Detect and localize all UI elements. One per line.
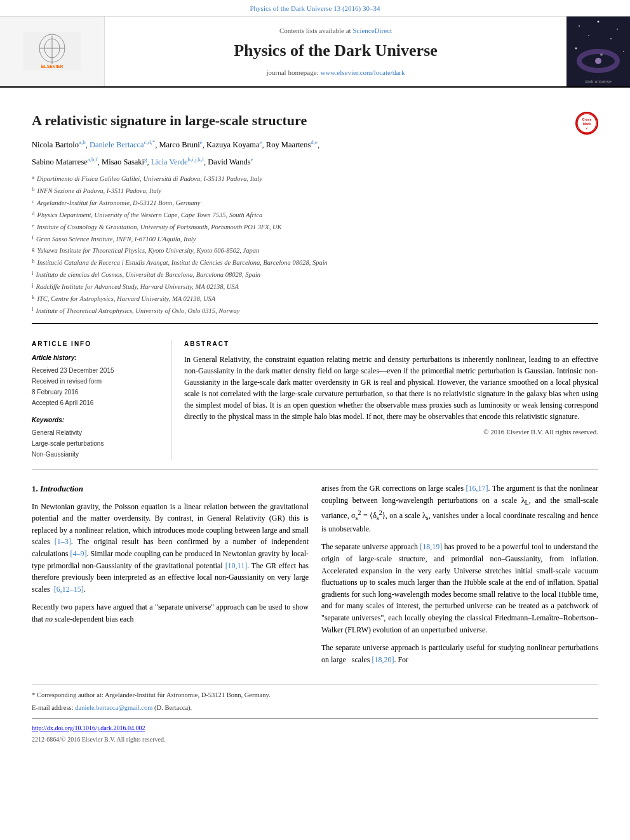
ref-16-17[interactable]: [16,17] — [466, 484, 488, 493]
footnote-email: E-mail address: daniele.bertacca@gmail.c… — [32, 703, 598, 713]
keywords-label: Keywords: — [32, 416, 158, 425]
header-center: Contents lists available at ScienceDirec… — [105, 17, 566, 86]
author-bartolo: Nicola Bartolo — [32, 140, 79, 149]
article-info-column: ARTICLE INFO Article history: Received 2… — [32, 340, 171, 460]
affiliation-k: k ITC, Centre for Astrophysics, Harvard … — [32, 293, 598, 305]
contents-available-line: Contents lists available at ScienceDirec… — [279, 26, 392, 36]
article-history-title: Article history: — [32, 354, 158, 363]
abstract-label: ABSTRACT — [184, 340, 598, 349]
affiliation-i: i Instituto de ciencias del Cosmos, Univ… — [32, 269, 598, 281]
author-sasaki: Misao Sasaki — [102, 157, 144, 166]
authors-line-1: Nicola Bartoloa,b, Daniele Bertaccac,d,*… — [32, 138, 598, 151]
wands-sup: e — [251, 156, 253, 163]
affiliation-e: e Institute of Cosmology & Gravitation, … — [32, 222, 598, 233]
right-paragraph-3: The separate universe approach is partic… — [321, 642, 598, 665]
body-paragraph-2: Recently two papers have argued that a "… — [32, 601, 309, 625]
author-bruni: Marco Bruni — [159, 140, 199, 149]
footnote-divider — [32, 718, 598, 719]
doi-link[interactable]: http://dx.doi.org/10.1016/j.dark.2016.04… — [32, 724, 145, 731]
contents-text: Contents lists available at — [279, 27, 351, 34]
journal-title: Physics of the Dark Universe — [234, 39, 438, 62]
crossmark-badge[interactable]: Cross Mark ✓ — [575, 112, 598, 135]
svg-text:dark universe: dark universe — [585, 79, 612, 84]
matarrese-sup: a,b,f — [88, 156, 98, 163]
revised-date: 8 February 2016 — [32, 387, 158, 397]
right-paragraph-2: The separate universe approach [18,19] h… — [321, 541, 598, 636]
email-link[interactable]: daniele.bertacca@gmail.com — [75, 704, 152, 711]
body-left-column: 1. Introduction In Newtonian gravity, th… — [32, 483, 309, 672]
bartolo-sup: a,b — [79, 139, 86, 145]
received-date: Received 23 December 2015 — [32, 365, 158, 376]
affiliations-list: a Dipartimento di Fisica Galileo Galilei… — [32, 173, 598, 316]
keyword-3: Non-Gaussianity — [32, 449, 158, 460]
homepage-text: journal homepage: — [267, 69, 319, 76]
authors-line-2: Sabino Matarresea,b,f, Misao Sasakig, Li… — [32, 155, 598, 168]
svg-text:Cross: Cross — [582, 118, 592, 122]
dark-universe-image: dark universe — [566, 17, 630, 86]
author-wands: David Wands — [208, 157, 250, 166]
keywords-list: General Relativity Large-scale perturbat… — [32, 427, 158, 460]
article-title: A relativistic signature in large-scale … — [32, 112, 598, 130]
author-verde[interactable]: Licia Verde — [151, 157, 188, 166]
author-matarrese: Sabino Matarrese — [32, 157, 88, 166]
svg-text:Mark: Mark — [583, 122, 591, 126]
affiliation-b: b INFN Sezione di Padova, I-3511 Padova,… — [32, 185, 598, 197]
sasaki-sup: g — [144, 156, 147, 163]
email-label: E-mail address: — [32, 704, 74, 711]
affiliation-c: c Argelander-Institut für Astronomie, D-… — [32, 197, 598, 209]
affiliation-g: g Yukawa Institute for Theoretical Physi… — [32, 245, 598, 257]
affiliation-d: d Physics Department, University of the … — [32, 210, 598, 221]
article-title-section: A relativistic signature in large-scale … — [32, 100, 598, 324]
affiliation-h: h Institució Catalana de Recerca i Estud… — [32, 257, 598, 269]
koyama-sup: e — [260, 139, 262, 145]
body-paragraph-1: In Newtonian gravity, the Poisson equati… — [32, 501, 309, 596]
bruni-sup: e — [200, 139, 203, 145]
ref-1-3[interactable]: [1–3] — [55, 537, 71, 546]
affiliation-l: l Institute of Theoretical Astrophysics,… — [32, 305, 598, 317]
abstract-copyright: © 2016 Elsevier B.V. All rights reserved… — [184, 427, 598, 437]
info-abstract-row: ARTICLE INFO Article history: Received 2… — [32, 330, 598, 470]
corresponding-note-text: * Corresponding author at: Argelander-In… — [32, 691, 271, 698]
keyword-2: Large-scale perturbations — [32, 438, 158, 449]
svg-point-13 — [623, 51, 624, 52]
sciencedirect-link[interactable]: ScienceDirect — [352, 27, 392, 34]
main-content: A relativistic signature in large-scale … — [0, 88, 630, 756]
affiliation-j: j Radcliffe Institute for Advanced Study… — [32, 281, 598, 293]
ref-18-20[interactable]: [18,20] — [372, 655, 394, 664]
section-1-heading: 1. Introduction — [32, 483, 309, 495]
author-bertacca[interactable]: Daniele Bertacca — [90, 140, 144, 149]
abstract-text: In General Relativity, the constraint eq… — [184, 354, 598, 422]
svg-point-7 — [579, 25, 580, 27]
svg-text:✓: ✓ — [586, 128, 588, 131]
right-paragraph-1: arises from the GR corrections on large … — [321, 483, 598, 535]
revised-label: Received in revised form — [32, 376, 158, 387]
footnote-area: * Corresponding author at: Argelander-In… — [32, 684, 598, 744]
svg-point-16 — [595, 58, 601, 64]
section-intro-label: Introduction — [40, 484, 83, 493]
homepage-link[interactable]: www.elsevier.com/locate/dark — [320, 69, 405, 76]
email-name: (D. Bertacca). — [154, 704, 192, 711]
abstract-column: ABSTRACT In General Relativity, the cons… — [171, 340, 598, 460]
article-info-label: ARTICLE INFO — [32, 340, 158, 349]
elsevier-logo-area: ELSEVIER — [0, 17, 105, 86]
ref-10-11[interactable]: [10,11] — [225, 561, 248, 570]
doi-line: http://dx.doi.org/10.1016/j.dark.2016.04… — [32, 724, 598, 733]
svg-text:ELSEVIER: ELSEVIER — [41, 64, 64, 69]
maartens-sup: d,e — [311, 139, 318, 145]
copyright-line: 2212-6864/© 2016 Elsevier B.V. All right… — [32, 735, 598, 744]
section-number: 1. — [32, 484, 38, 493]
article-history-items: Received 23 December 2015 Received in re… — [32, 365, 158, 408]
dark-universe-icon: dark universe — [566, 17, 630, 86]
footnote-corresponding: * Corresponding author at: Argelander-In… — [32, 690, 598, 700]
ref-6-12-15[interactable]: [6,12–15] — [54, 585, 84, 594]
author-maartens: Roy Maartens — [266, 140, 311, 149]
svg-point-10 — [588, 35, 589, 36]
ref-4-9[interactable]: [4–9] — [70, 549, 86, 558]
accepted-date: Accepted 6 April 2016 — [32, 397, 158, 408]
journal-citation: Physics of the Dark Universe 13 (2016) 3… — [250, 4, 380, 12]
journal-top-bar: Physics of the Dark Universe 13 (2016) 3… — [0, 0, 630, 17]
keyword-1: General Relativity — [32, 427, 158, 438]
ref-18-19[interactable]: [18,19] — [420, 542, 442, 551]
body-right-column: arises from the GR corrections on large … — [321, 483, 598, 672]
body-columns: 1. Introduction In Newtonian gravity, th… — [32, 470, 598, 672]
